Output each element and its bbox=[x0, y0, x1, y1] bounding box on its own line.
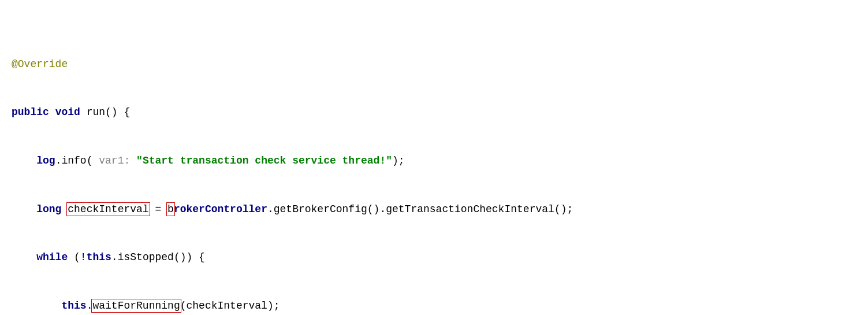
annotation-1: @Override bbox=[12, 57, 856, 73]
line-run-sig: public void run() { bbox=[12, 105, 856, 121]
line-waitforrunning: this.waitForRunning(checkInterval); bbox=[12, 298, 856, 314]
code-editor: @Override public void run() { log.info( … bbox=[0, 6, 868, 315]
line-checkinterval: long checkInterval = brokerController.ge… bbox=[12, 202, 856, 218]
line-while: while (!this.isStopped()) { bbox=[12, 250, 856, 266]
line-log-start: log.info( var1: "Start transaction check… bbox=[12, 153, 856, 169]
